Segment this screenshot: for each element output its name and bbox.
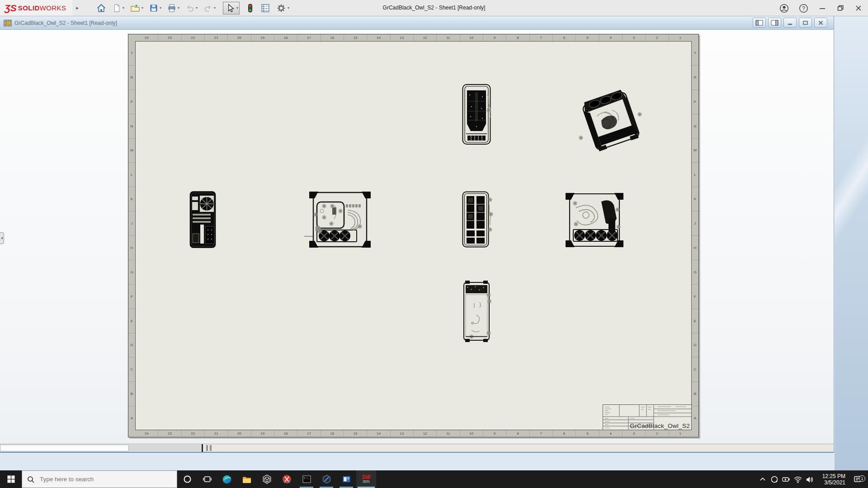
file-explorer-icon [242, 475, 252, 484]
cortana-icon [183, 475, 192, 483]
home-icon [96, 3, 106, 13]
command-prompt-button[interactable]: C:\_ [297, 470, 316, 488]
edge-icon [222, 474, 232, 484]
split-pane-left-button[interactable] [753, 18, 766, 28]
minimize-icon[interactable] [818, 4, 826, 12]
pane-splitter-handle[interactable] [206, 445, 213, 451]
undo-button[interactable]: ▾ [185, 4, 198, 13]
drawing-sheet[interactable]: 242322212019181716151413121110987654321 … [128, 34, 699, 437]
taskbar-clock[interactable]: 12:25 PM 3/5/2021 [816, 473, 847, 486]
document-restore-button[interactable] [799, 18, 812, 28]
save-button[interactable]: ▾ [149, 4, 161, 13]
drawing-view-isometric[interactable] [576, 84, 643, 157]
speaker-icon [805, 475, 814, 484]
new-document-button[interactable]: ▾ [112, 4, 124, 13]
notification-badge: 1 [859, 475, 865, 482]
hexagon-app-icon [322, 474, 331, 484]
search-icon [27, 475, 35, 483]
drawing-view-rear[interactable] [189, 190, 217, 249]
sheet-zone-rows-right: TRPNMLKJHGFEDCBA [692, 41, 698, 430]
restore-icon[interactable] [836, 4, 844, 12]
horizontal-scrollbar[interactable] [0, 444, 834, 452]
system-tray: 12:25 PM 3/5/2021 1 [757, 470, 868, 488]
hexagon-app-button[interactable] [316, 470, 336, 488]
rebuild-button[interactable] [245, 3, 255, 13]
scrollbar-thumb[interactable] [0, 445, 129, 451]
wifi-icon [793, 475, 802, 484]
drawing-viewport[interactable]: 242322212019181716151413121110987654321 … [0, 30, 834, 444]
open-button[interactable]: ▾ [130, 4, 143, 13]
battery-button[interactable] [780, 475, 792, 484]
window-controls: ? [779, 0, 863, 16]
pane-divider [202, 444, 203, 452]
taskbar-search[interactable] [22, 470, 177, 488]
split-pane-right-button[interactable] [768, 18, 781, 28]
document-close-icon [817, 20, 824, 26]
task-view-icon [203, 474, 212, 484]
3d-viewer-button[interactable] [257, 470, 277, 488]
file-explorer-button[interactable] [237, 470, 257, 488]
solidworks-2021-icon: SW2021 [362, 475, 370, 484]
scrollbar-track[interactable] [129, 445, 201, 451]
screen: ƷS SOLID WORKS ▸ ▾ [0, 0, 868, 488]
drawing-view-front[interactable] [462, 191, 493, 249]
sheet-zone-rows-left: TRPNMLKJHGFEDCBA [128, 41, 135, 430]
drawing-view-front-top[interactable] [462, 83, 491, 145]
save-icon [149, 4, 158, 13]
document-minimize-button[interactable] [783, 18, 797, 28]
sheet-zone-columns-top: 242322212019181716151413121110987654321 [135, 34, 692, 41]
display-settings-button[interactable] [260, 3, 270, 13]
blue-window-app-button[interactable] [336, 470, 356, 488]
drawing-view-side-left[interactable] [303, 188, 373, 252]
cursor-icon [225, 3, 235, 13]
task-view-button[interactable] [197, 470, 217, 488]
taskbar: C:\_ SW2021 [0, 470, 868, 488]
chevron-up-icon [759, 475, 767, 483]
redo-button[interactable]: ▾ [203, 4, 216, 13]
title-block[interactable]: GrCadBlack_Owl_S2 [603, 404, 691, 430]
drawing-view-bottom[interactable] [462, 280, 491, 343]
close-icon[interactable] [854, 4, 863, 12]
account-icon[interactable] [779, 4, 789, 13]
scissors-app-icon [282, 474, 292, 484]
title-block-drawing-name: GrCadBlack_Owl_S2 [630, 422, 690, 429]
sheet-zone-columns-bottom: 242322212019181716151413121110987654321 [135, 430, 692, 437]
print-icon [167, 4, 176, 13]
gear-icon [276, 3, 286, 13]
tray-chevron-button[interactable] [757, 475, 769, 483]
solidworks-logo: ƷS SOLID WORKS [0, 0, 72, 16]
tray-app-button[interactable] [769, 475, 780, 483]
quick-access-toolbar: ▾ ▾ ▾ [90, 0, 289, 16]
app-titlebar: ƷS SOLID WORKS ▸ ▾ [0, 0, 868, 16]
document-minimize-icon [787, 20, 793, 26]
document-titlebar: GrCadBlack_Owl_S2 - Sheet1 [Read-only] [0, 16, 834, 30]
panel-collapse-tab[interactable] [0, 232, 4, 244]
home-button[interactable] [96, 3, 106, 13]
task-pane-area [835, 16, 868, 470]
split-pane-right-icon [771, 20, 778, 26]
search-input[interactable] [39, 475, 156, 483]
start-button[interactable] [0, 470, 22, 488]
volume-button[interactable] [804, 475, 816, 484]
edge-button[interactable] [217, 470, 237, 488]
wifi-button[interactable] [792, 475, 804, 484]
help-icon[interactable]: ? [799, 4, 808, 13]
redo-icon [203, 4, 212, 13]
snip-app-button[interactable] [277, 470, 297, 488]
options-button[interactable]: ▾ [276, 3, 289, 13]
split-pane-left-icon [755, 20, 763, 26]
drawing-view-side-right[interactable] [562, 190, 626, 250]
solidworks-2021-button[interactable]: SW2021 [356, 470, 376, 488]
print-button[interactable]: ▾ [167, 4, 179, 13]
document-close-button[interactable] [814, 18, 827, 28]
window-title: GrCadBlack_Owl_S2 - Sheet1 [Read-only] [383, 5, 486, 11]
brand-expand-icon[interactable]: ▸ [76, 5, 79, 11]
select-tool-button[interactable]: ▾ [223, 2, 240, 14]
cortana-button[interactable] [177, 470, 197, 488]
rebuild-traffic-light-icon [245, 3, 255, 13]
document-window: GrCadBlack_Owl_S2 - Sheet1 [Read-only] [0, 16, 834, 453]
window-bottom-area [0, 453, 835, 470]
undo-icon [185, 4, 194, 13]
notification-center-button[interactable]: 1 [847, 475, 868, 484]
sheet-drawing-area[interactable]: GrCadBlack_Owl_S2 [135, 41, 692, 430]
